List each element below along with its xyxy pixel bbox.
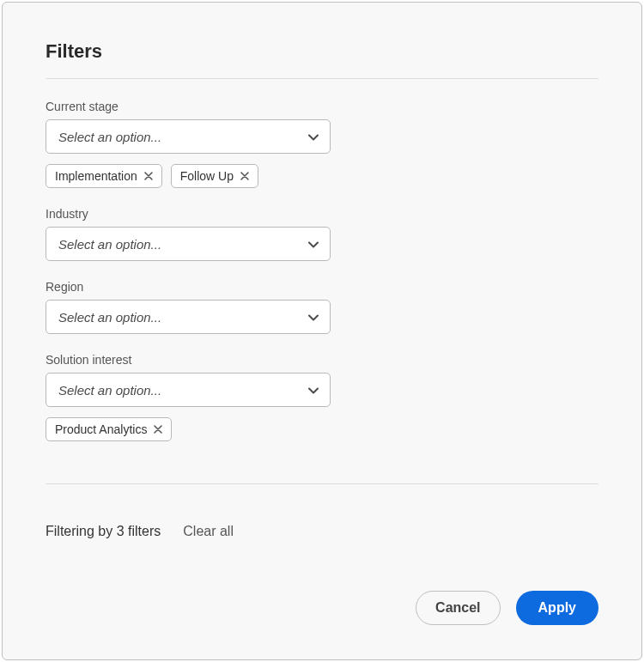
close-icon[interactable] — [240, 172, 249, 180]
filter-label-solution-interest: Solution interest — [46, 353, 598, 367]
cancel-button[interactable]: Cancel — [416, 591, 500, 625]
filter-group-industry: Industry Select an option... — [46, 207, 598, 261]
select-placeholder: Select an option... — [58, 237, 161, 252]
filters-dialog: Filters Current stage Select an option..… — [2, 2, 642, 660]
tag-label: Implementation — [55, 169, 137, 183]
current-stage-select[interactable]: Select an option... — [46, 119, 331, 154]
filter-group-region: Region Select an option... — [46, 280, 598, 334]
tag-list: Implementation Follow Up — [46, 164, 598, 188]
select-placeholder: Select an option... — [58, 310, 161, 325]
clear-all-button[interactable]: Clear all — [183, 524, 234, 539]
tag-label: Product Analytics — [55, 422, 147, 436]
select-wrap: Select an option... — [46, 119, 331, 154]
filters-body: Current stage Select an option... Implem… — [46, 79, 598, 466]
select-placeholder: Select an option... — [58, 130, 161, 144]
filter-group-current-stage: Current stage Select an option... Implem… — [46, 100, 598, 188]
tag-implementation: Implementation — [46, 164, 162, 188]
filtering-count-text: Filtering by 3 filters — [46, 524, 161, 539]
footer-summary: Filtering by 3 filters Clear all — [46, 524, 598, 539]
action-buttons: Cancel Apply — [46, 591, 598, 625]
filter-group-solution-interest: Solution interest Select an option... Pr… — [46, 353, 598, 441]
dialog-title: Filters — [46, 40, 598, 63]
dialog-footer: Filtering by 3 filters Clear all Cancel … — [46, 484, 598, 625]
select-placeholder: Select an option... — [58, 383, 161, 398]
tag-list: Product Analytics — [46, 417, 598, 441]
select-wrap: Select an option... — [46, 300, 331, 334]
tag-label: Follow Up — [180, 169, 234, 183]
close-icon[interactable] — [154, 425, 162, 434]
apply-button[interactable]: Apply — [516, 591, 598, 625]
select-wrap: Select an option... — [46, 373, 331, 407]
select-wrap: Select an option... — [46, 227, 331, 261]
tag-follow-up: Follow Up — [171, 164, 258, 188]
filter-label-current-stage: Current stage — [46, 100, 598, 113]
industry-select[interactable]: Select an option... — [46, 227, 331, 261]
filter-label-region: Region — [46, 280, 598, 294]
solution-interest-select[interactable]: Select an option... — [46, 373, 331, 407]
tag-product-analytics: Product Analytics — [46, 417, 172, 441]
close-icon[interactable] — [144, 172, 153, 180]
filter-label-industry: Industry — [46, 207, 598, 221]
region-select[interactable]: Select an option... — [46, 300, 331, 334]
